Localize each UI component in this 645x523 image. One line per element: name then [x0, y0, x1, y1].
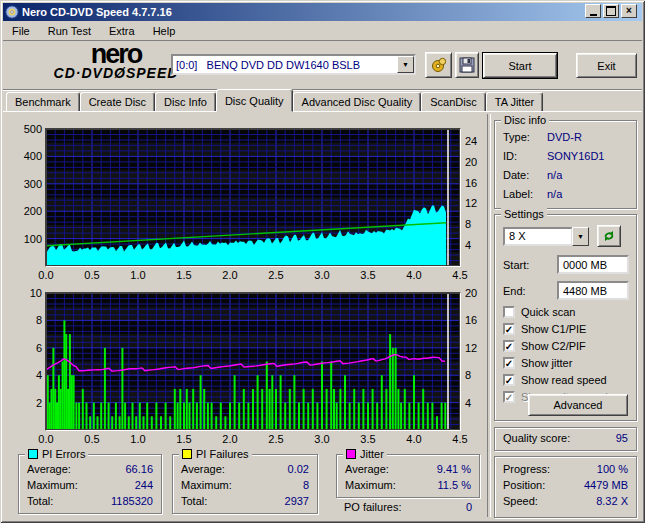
po-failures-label: PO failures: [344, 501, 401, 513]
jitter-panel: Jitter Average:9.41 % Maximum:11.5 % [336, 454, 480, 498]
settings-panel: Settings 8 X ▼ Start: 0000 MB End: [494, 214, 637, 421]
quality-score-value: 95 [616, 432, 628, 444]
toolbar: nero CD·DVDØSPEED [0:0] BENQ DVD DD DW16… [3, 41, 642, 90]
tab-bar: Benchmark Create Disc Disc Info Disc Qua… [6, 92, 642, 112]
disc-label-value: n/a [547, 188, 562, 200]
pie-total-label: Total: [27, 495, 53, 507]
save-icon [459, 57, 475, 73]
disc-info-title: Disc info [504, 114, 546, 126]
advanced-button[interactable]: Advanced [528, 394, 628, 416]
start-button[interactable]: Start [483, 53, 557, 78]
pi-errors-panel: PI Errors Average:66.16 Maximum:244 Tota… [18, 454, 162, 514]
disc-info-panel: Disc info Type:DVD-R ID:SONY16D1 Date:n/… [494, 120, 637, 209]
menu-file[interactable]: File [3, 23, 39, 39]
eject-disc-icon [430, 56, 448, 74]
menu-extra[interactable]: Extra [100, 23, 144, 39]
checkbox-label: Show jitter [521, 357, 572, 369]
window-title: Nero CD-DVD Speed 4.7.7.16 [22, 6, 172, 18]
pi-failures-panel: PI Failures Average:0.02 Maximum:8 Total… [172, 454, 318, 514]
progress-value: 100 % [597, 463, 628, 475]
checkbox-show-jitter[interactable]: ✓Show jitter [503, 356, 572, 370]
menu-run-test[interactable]: Run Test [39, 23, 100, 39]
quality-score-label: Quality score: [503, 432, 570, 444]
tab-disc-info[interactable]: Disc Info [155, 92, 216, 112]
pif-jitter-chart [45, 292, 461, 431]
save-button[interactable] [455, 52, 479, 78]
checkbox-show-c2-pif[interactable]: ✓Show C2/PIF [503, 339, 586, 353]
scan-speed-select[interactable]: 8 X [503, 227, 573, 246]
disc-label-label: Label: [503, 188, 547, 200]
advanced-button-label: Advanced [554, 399, 603, 411]
vertical-divider [487, 114, 491, 517]
pif-total-label: Total: [181, 495, 207, 507]
pif-average-label: Average: [181, 463, 225, 475]
scan-speed-value: 8 X [509, 230, 526, 242]
eject-disc-button[interactable] [425, 52, 452, 78]
chevron-down-icon[interactable]: ▼ [397, 56, 414, 73]
start-mb-value: 0000 MB [563, 259, 607, 271]
chevron-down-icon[interactable]: ▼ [572, 227, 589, 246]
po-failures-row: PO failures: 0 [344, 501, 472, 513]
disc-type-value: DVD-R [547, 131, 582, 143]
drive-select-value: [0:0] BENQ DVD DD DW1640 BSLB [173, 59, 397, 71]
end-mb-label: End: [503, 285, 547, 297]
pie-total-value: 1185320 [111, 495, 153, 507]
tab-ta-jitter[interactable]: TA Jitter [486, 92, 544, 112]
maximize-button[interactable] [603, 4, 619, 18]
pie-maximum-value: 244 [135, 479, 153, 491]
exit-button[interactable]: Exit [576, 53, 637, 78]
jitter-maximum-value: 11.5 % [438, 479, 471, 491]
disc-date-value: n/a [547, 169, 562, 181]
disc-type-label: Type: [503, 131, 547, 143]
tab-scandisc[interactable]: ScanDisc [421, 92, 485, 112]
app-icon [5, 5, 19, 19]
refresh-button[interactable] [597, 225, 621, 247]
start-mb-label: Start: [503, 259, 547, 271]
speed-value: 8.32 X [596, 495, 628, 507]
close-button[interactable]: × [621, 4, 637, 18]
menu-help[interactable]: Help [144, 23, 185, 39]
checkbox-quick-scan[interactable]: Quick scan [503, 305, 575, 319]
pi-errors-title: PI Errors [42, 448, 85, 460]
start-mb-input[interactable]: 0000 MB [557, 255, 629, 274]
settings-title: Settings [504, 208, 544, 220]
app-window: Nero CD-DVD Speed 4.7.7.16 × File Run Te… [0, 0, 645, 523]
disc-date-label: Date: [503, 169, 547, 181]
minimize-button[interactable] [585, 4, 601, 18]
menu-bar: File Run Test Extra Help [3, 21, 642, 41]
pi-failures-legend-swatch [182, 449, 192, 459]
disc-id-value: SONY16D1 [547, 150, 604, 162]
pif-maximum-value: 8 [303, 479, 309, 491]
tab-benchmark[interactable]: Benchmark [6, 92, 80, 112]
start-button-label: Start [508, 60, 531, 72]
pif-total-value: 2937 [285, 495, 309, 507]
pi-errors-legend-swatch [28, 449, 38, 459]
drive-select[interactable]: [0:0] BENQ DVD DD DW1640 BSLB ▼ [171, 54, 416, 75]
refresh-icon [602, 229, 616, 243]
tab-disc-quality[interactable]: Disc Quality [216, 89, 293, 112]
disc-id-label: ID: [503, 150, 547, 162]
jitter-average-label: Average: [345, 463, 389, 475]
exit-button-label: Exit [597, 60, 615, 72]
pie-average-label: Average: [27, 463, 71, 475]
jitter-title: Jitter [360, 448, 384, 460]
end-mb-value: 4480 MB [563, 285, 607, 297]
checkbox-label: Quick scan [521, 306, 575, 318]
end-mb-input[interactable]: 4480 MB [557, 281, 629, 300]
progress-panel: Progress:100 % Position:4479 MB Speed:8.… [494, 456, 637, 518]
checkbox-show-c1-pie[interactable]: ✓Show C1/PIE [503, 322, 586, 336]
checkbox-label: Show read speed [521, 374, 607, 386]
quality-score-panel: Quality score:95 [494, 427, 637, 451]
tab-advanced-disc-quality[interactable]: Advanced Disc Quality [293, 92, 422, 112]
checkbox-show-read-speed[interactable]: ✓Show read speed [503, 373, 607, 387]
speed-label: Speed: [503, 495, 538, 507]
jitter-average-value: 9.41 % [437, 463, 471, 475]
position-label: Position: [503, 479, 545, 491]
pif-maximum-label: Maximum: [181, 479, 232, 491]
pi-failures-title: PI Failures [196, 448, 249, 460]
checkbox-label: Show C2/PIF [521, 340, 586, 352]
tab-create-disc[interactable]: Create Disc [80, 92, 155, 112]
progress-label: Progress: [503, 463, 550, 475]
title-bar: Nero CD-DVD Speed 4.7.7.16 × [3, 3, 642, 21]
pie-average-value: 66.16 [125, 463, 153, 475]
